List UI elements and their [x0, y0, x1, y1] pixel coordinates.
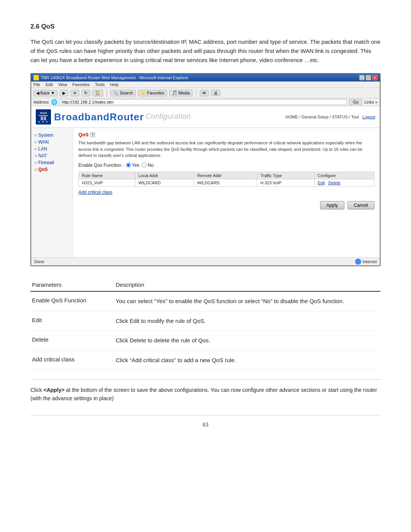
param-row: EditClick Edit to modify the rule of QoS… — [30, 311, 381, 331]
apply-strong: <Apply> — [43, 387, 64, 393]
stop-btn[interactable]: ✕ — [70, 90, 79, 96]
menu-help[interactable]: Help — [110, 82, 119, 87]
param-row: DeleteClick Delete to delete the rule of… — [30, 331, 381, 351]
logo-antenna2 — [44, 117, 46, 120]
router-logo: level o n e BroadbandRouter Configuratio… — [36, 109, 191, 125]
configure-cell: Edit Delete — [314, 179, 374, 186]
logo-antenna1 — [41, 117, 43, 120]
add-critical-class-link[interactable]: Add critical class — [78, 190, 374, 195]
logo-sub-text: Configuration — [145, 112, 191, 120]
menu-edit[interactable]: Edit — [46, 82, 53, 87]
enable-qos-row: Enable Qos Function : Yes No — [78, 163, 374, 168]
enable-label: Enable Qos Function : — [78, 163, 124, 168]
sidebar-item-firewall[interactable]: ○ Firewall — [34, 159, 70, 166]
status-done: Done — [34, 259, 44, 264]
param-name: Enable QoS Function — [30, 291, 114, 311]
param-name: Delete — [30, 331, 114, 351]
col-traffic-type: Traffic Type — [257, 172, 315, 179]
router-content: QoS ? The bandwidth gap between LAN and … — [73, 128, 380, 257]
no-label-text: No — [148, 163, 153, 168]
page-number: 63 — [202, 422, 209, 428]
address-label: Address — [33, 100, 49, 104]
param-row: Add critical classClick “Add critical cl… — [30, 350, 381, 370]
param-col-header: Parameters — [30, 278, 114, 291]
internet-indicator: Internet — [355, 259, 377, 265]
intro-text: The QoS can let you classify packets by … — [30, 37, 381, 65]
router-header: level o n e BroadbandRouter Configuratio… — [31, 106, 380, 128]
close-btn[interactable]: ✕ — [372, 75, 378, 80]
minimize-btn[interactable]: _ — [359, 75, 365, 80]
parameters-table: Parameters Description Enable QoS Functi… — [30, 278, 381, 370]
rule-name-cell: H323_VoIP — [79, 179, 135, 186]
sidebar-item-wan[interactable]: ○ WAN — [34, 139, 70, 145]
cancel-button[interactable]: Cancel — [347, 201, 374, 209]
forward-btn[interactable]: ▶ — [60, 90, 68, 96]
sidebar-item-nat[interactable]: ○ NAT — [34, 152, 70, 159]
traffic-type-cell: H.323 VoIP — [257, 179, 315, 186]
param-name: Edit — [30, 311, 114, 331]
mail-btn[interactable]: ✉ — [200, 90, 209, 96]
menu-tools[interactable]: Tools — [95, 82, 105, 87]
sidebar-item-system[interactable]: ○ System — [34, 132, 70, 139]
browser-menubar: File Edit View Favorites Tools Help — [31, 81, 380, 88]
param-desc: You can select “Yes” to enable the QoS f… — [114, 291, 381, 311]
back-btn[interactable]: ◀ Back ▼ — [33, 90, 57, 96]
print-btn[interactable]: 🖨 — [211, 90, 220, 96]
yes-label-text: Yes — [132, 163, 140, 168]
browser-titlebar: TBR-14061X Broadband Router Web Manageme… — [31, 74, 380, 81]
no-radio[interactable] — [142, 163, 147, 168]
logo-bar — [39, 115, 48, 116]
action-row: Apply Cancel — [78, 199, 374, 212]
page-footer: 63 — [30, 415, 381, 428]
logout-link[interactable]: Logout — [362, 115, 375, 119]
toolbar-sep — [107, 89, 107, 97]
router-body: ○ System ○ WAN ○ LAN ○ NAT ○ Firewall ○ … — [31, 128, 380, 257]
yes-radio-label[interactable]: Yes — [126, 163, 140, 168]
links-label: Links » — [364, 100, 378, 104]
browser-window: TBR-14061X Broadband Router Web Manageme… — [30, 73, 381, 266]
yes-radio[interactable] — [126, 163, 131, 168]
refresh-btn[interactable]: ↻ — [81, 90, 90, 96]
media-btn[interactable]: 🎵 Media — [169, 90, 193, 96]
browser-title: TBR-14061X Broadband Router Web Manageme… — [41, 75, 188, 80]
browser-address-bar: Address 🌐 Go Links » — [31, 98, 380, 106]
address-input[interactable] — [60, 99, 347, 105]
sidebar-item-qos[interactable]: ○ QoS — [34, 166, 70, 173]
menu-view[interactable]: View — [58, 82, 67, 87]
go-btn[interactable]: Go — [349, 99, 362, 105]
section-title: 2.6 QoS — [30, 23, 381, 30]
logo-ona: o n e — [38, 120, 48, 123]
router-sidebar: ○ System ○ WAN ○ LAN ○ NAT ○ Firewall ○ … — [31, 128, 73, 257]
toolbar-sep2 — [196, 89, 196, 97]
col-local-addr: Local Addr — [135, 172, 194, 179]
sidebar-item-lan[interactable]: ○ LAN — [34, 145, 70, 152]
favorites-btn[interactable]: ⭐ Favorites — [138, 90, 167, 96]
search-btn[interactable]: 🔍 Search — [110, 90, 135, 96]
browser-toolbar: ◀ Back ▼ ▶ ✕ ↻ 🏠 🔍 Search ⭐ Favorites 🎵 … — [31, 88, 380, 98]
apply-button[interactable]: Apply — [320, 201, 344, 209]
param-desc: Click “Add critical class” to add a new … — [114, 350, 381, 370]
param-desc: Click Edit to modify the rule of QoS. — [114, 311, 381, 331]
col-rule-name: Rule Name — [79, 172, 135, 179]
browser-status: Done Internet — [31, 257, 380, 265]
logo-icon: level o n e — [36, 109, 51, 125]
internet-label: Internet — [363, 259, 377, 264]
menu-favorites[interactable]: Favorites — [72, 82, 89, 87]
maximize-btn[interactable]: □ — [366, 75, 371, 80]
qos-desc: The bandwidth gap between LAN and the ou… — [78, 140, 374, 159]
router-ui-area: level o n e BroadbandRouter Configuratio… — [31, 106, 380, 265]
home-btn[interactable]: 🏠 — [92, 90, 103, 96]
menu-file[interactable]: File — [33, 82, 40, 87]
apply-note: Click <Apply> at the bottom of the scree… — [30, 379, 381, 403]
col-remote-addr: Remote Addr — [194, 172, 257, 179]
edit-link[interactable]: Edit — [318, 181, 325, 185]
no-radio-label[interactable]: No — [142, 163, 153, 168]
param-desc: Click Delete to delete the rule of Qos. — [114, 331, 381, 351]
qos-rules-table: Rule Name Local Addr Remote Addr Traffic… — [78, 172, 374, 187]
col-configure: Configure — [314, 172, 374, 179]
qos-badge[interactable]: ? — [90, 133, 96, 137]
param-row: Enable QoS FunctionYou can select “Yes” … — [30, 291, 381, 311]
address-globe-icon: 🌐 — [51, 99, 57, 105]
qos-heading: QoS ? — [78, 132, 374, 137]
delete-link[interactable]: Delete — [328, 181, 341, 185]
